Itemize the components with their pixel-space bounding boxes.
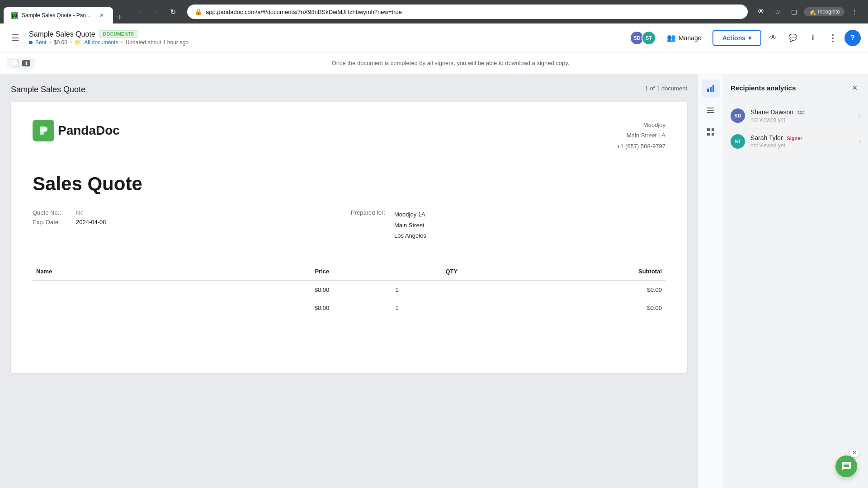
svg-rect-1: [710, 87, 712, 92]
company-address: Main Street LA: [617, 130, 665, 141]
prepared-for-address: Moodjoy 1A Main Street Los Angeles: [394, 209, 426, 241]
separator-3: •: [121, 39, 123, 46]
cell-subtotal-0: $0.00: [461, 281, 665, 299]
panel-sidebar: [698, 74, 723, 488]
list-tab[interactable]: [702, 101, 720, 119]
table-row: $0.00 1 $0.00: [33, 299, 665, 317]
logo-text: PandaDoc: [58, 123, 120, 138]
meta-right: Prepared for: Moodjoy 1A Main Street Los…: [351, 209, 665, 241]
document-area[interactable]: Sample Sales Quote 1 of 1 document Panda…: [0, 74, 698, 488]
bookmark-icon[interactable]: ☆: [771, 5, 784, 18]
recipient-name-1: Sarah Tyler Signer: [750, 134, 853, 141]
pandadoc-logo: PandaDoc: [33, 120, 120, 141]
col-subtotal: Subtotal: [461, 263, 665, 281]
more-options-button[interactable]: ⋮: [825, 30, 841, 46]
price-label: $0.00: [54, 39, 67, 46]
analytics-tab[interactable]: [702, 80, 720, 98]
document-header: Sample Sales Quote 1 of 1 document: [11, 85, 687, 94]
back-button[interactable]: ‹: [133, 5, 147, 19]
svg-rect-2: [712, 85, 714, 92]
document-icon: 📄: [12, 60, 19, 67]
cell-qty-0: 1: [333, 281, 461, 299]
recipients-list: SD Shane Dawson CC not viewed yet › ST S…: [731, 103, 861, 154]
sales-quote-title: Sales Quote: [33, 173, 665, 195]
chevron-down-icon: ▾: [748, 34, 751, 42]
manage-button[interactable]: 👥 Manage: [660, 30, 709, 46]
cell-price-1: $0.00: [187, 299, 333, 317]
active-tab[interactable]: pd Sample Sales Quote - PandaDo... ✕: [4, 7, 113, 23]
chat-fab-close-button[interactable]: ✕: [850, 448, 859, 457]
meta-left: Quote No.: No Exp. Date: 2024-04-08: [33, 209, 347, 241]
svg-rect-5: [707, 112, 714, 113]
recipient-status-1: not viewed yet: [750, 142, 853, 149]
help-button[interactable]: ?: [844, 30, 861, 46]
separator-2: •: [70, 39, 72, 46]
tab-close-button[interactable]: ✕: [98, 11, 106, 19]
doc-title-row: Sample Sales Quote DOCUMENTS: [29, 30, 624, 38]
recipient-item-0[interactable]: SD Shane Dawson CC not viewed yet ›: [731, 103, 861, 129]
chat-fab-button[interactable]: [835, 455, 857, 477]
svg-rect-3: [707, 108, 714, 108]
menu-button[interactable]: ☰: [7, 30, 24, 46]
meta-grid: Quote No.: No Exp. Date: 2024-04-08 Prep…: [33, 209, 665, 241]
actions-button[interactable]: Actions ▾: [712, 30, 761, 46]
more-button[interactable]: ⋮: [848, 5, 861, 18]
page-number: 1: [22, 60, 30, 66]
documents-badge: DOCUMENTS: [99, 30, 138, 38]
app-header: ☰ Sample Sales Quote DOCUMENTS Sent • $0…: [0, 23, 868, 52]
prepared-for-row: Prepared for: Moodjoy 1A Main Street Los…: [351, 209, 665, 241]
quote-no-value: No: [76, 209, 84, 216]
address-bar[interactable]: 🔒 app.pandadoc.com/a/#/documents/7nX98nB…: [187, 5, 748, 19]
recipient-chevron-1: ›: [859, 137, 861, 145]
info-icon-button[interactable]: ℹ: [805, 30, 821, 46]
doc-info: Sample Sales Quote DOCUMENTS Sent • $0.0…: [29, 30, 624, 46]
updated-time: Updated about 1 hour ago: [126, 39, 189, 46]
company-phone: +1 (657) 508-9797: [617, 141, 665, 151]
quote-no-label: Quote No.:: [33, 209, 69, 216]
page-indicator[interactable]: 📄 1: [7, 58, 35, 69]
recipient-info-0: Shane Dawson CC not viewed yet: [750, 108, 853, 123]
exp-date-label: Exp. Date:: [33, 219, 69, 225]
tab-title: Sample Sales Quote - PandaDo...: [22, 12, 94, 19]
all-documents-link[interactable]: All documents: [84, 39, 118, 46]
lock-icon: 🔒: [194, 8, 202, 15]
panel-header: Recipients analytics ✕: [731, 81, 861, 94]
exp-date-row: Exp. Date: 2024-04-08: [33, 219, 347, 225]
info-bar: 📄 1 Once the document is completed by al…: [0, 52, 868, 74]
panel-title: Recipients analytics: [731, 84, 796, 92]
visibility-off-icon[interactable]: 👁: [755, 5, 768, 18]
split-view-icon[interactable]: ▢: [788, 5, 800, 18]
items-table: Name Price QTY Subtotal $0.00 1 $0.00 $0…: [33, 263, 665, 317]
svg-rect-0: [707, 89, 709, 92]
grid-tab[interactable]: [702, 123, 720, 141]
url-text: app.pandadoc.com/a/#/documents/7nX98nBSk…: [206, 9, 402, 15]
status-dot: [29, 41, 33, 44]
table-row: $0.00 1 $0.00: [33, 281, 665, 299]
address-line-1: Moodjoy 1A: [394, 209, 426, 220]
document-title: Sample Sales Quote: [29, 30, 95, 38]
forward-button[interactable]: ›: [149, 5, 164, 19]
eye-icon-button[interactable]: 👁: [765, 30, 781, 46]
prepared-for-label: Prepared for:: [351, 209, 387, 241]
cell-price-0: $0.00: [187, 281, 333, 299]
incognito-button[interactable]: 🕵 Incognito: [804, 7, 844, 16]
doc-main-title: Sample Sales Quote: [11, 85, 85, 94]
recipient-chevron-0: ›: [859, 112, 861, 120]
folder-icon: 📁: [75, 39, 81, 46]
quote-no-row: Quote No.: No: [33, 209, 347, 216]
panel-close-button[interactable]: ✕: [848, 81, 861, 94]
company-name: Moodjoy: [617, 120, 665, 130]
chat-icon-button[interactable]: 💬: [785, 30, 801, 46]
svg-rect-7: [712, 128, 714, 131]
avatar-st[interactable]: ST: [642, 31, 656, 45]
new-tab-button[interactable]: +: [113, 11, 126, 23]
recipient-avatar-1: ST: [731, 134, 745, 149]
address-line-2: Main Street: [394, 220, 426, 230]
recipient-status-0: not viewed yet: [750, 117, 853, 123]
col-qty: QTY: [333, 263, 461, 281]
browser-chrome: pd Sample Sales Quote - PandaDo... ✕ + ‹…: [0, 0, 868, 23]
manage-icon: 👥: [667, 33, 676, 42]
status-sent: Sent: [35, 39, 47, 46]
recipient-item-1[interactable]: ST Sarah Tyler Signer not viewed yet ›: [731, 129, 861, 154]
reload-button[interactable]: ↻: [165, 5, 180, 19]
